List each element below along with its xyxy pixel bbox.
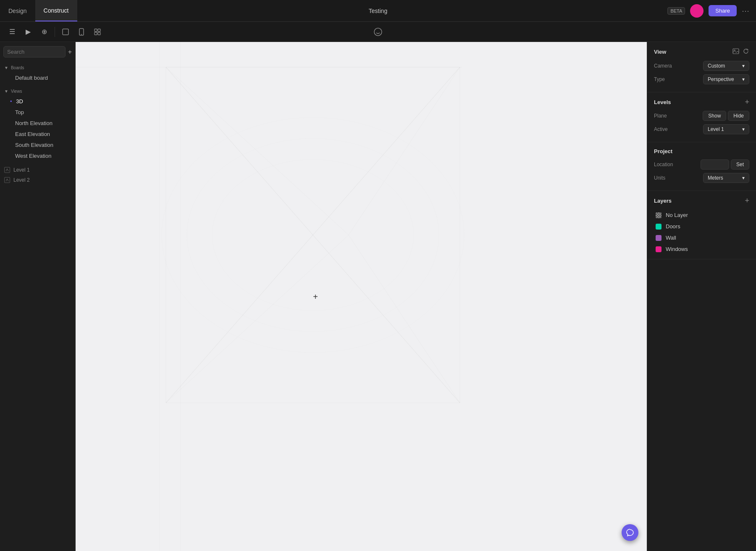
type-dropdown[interactable]: Perspective ▾ — [703, 74, 749, 84]
units-row: Units Meters ▾ — [654, 173, 749, 183]
add-level-button[interactable]: + — [745, 98, 749, 106]
canvas-area[interactable]: + — [76, 42, 647, 551]
levels-section: Level 1 Level 2 — [0, 163, 75, 187]
svg-rect-6 — [98, 32, 100, 35]
svg-point-7 — [374, 28, 382, 36]
chat-bubble[interactable] — [622, 524, 638, 541]
camera-dropdown[interactable]: Custom ▾ — [703, 61, 749, 71]
tab-group: Design Construct — [0, 0, 77, 21]
sidebar-item-default-board[interactable]: Default board — [2, 73, 74, 83]
menu-icon[interactable]: ☰ — [5, 25, 19, 39]
sidebar: + ▼ Boards Default board ▼ Views 3D Top — [0, 42, 76, 551]
svg-rect-21 — [733, 49, 739, 54]
chevron-down-icon: ▾ — [742, 63, 745, 69]
project-section-title: Project — [654, 148, 672, 154]
beta-badge: BETA — [667, 7, 685, 15]
canvas-lines-svg — [76, 42, 647, 551]
level-1-icon — [4, 167, 10, 173]
add-layer-button[interactable]: + — [745, 197, 749, 204]
doors-layer-color — [656, 224, 662, 230]
units-label: Units — [654, 175, 665, 181]
plane-label: Plane — [654, 113, 667, 119]
type-label: Type — [654, 76, 665, 82]
levels-section-header: Levels + — [654, 98, 749, 106]
top-bar-right: BETA Share ⋯ — [667, 4, 756, 18]
add-icon[interactable]: ⊕ — [37, 25, 51, 39]
phone-icon[interactable] — [74, 25, 89, 39]
plane-btn-group: Show Hide — [703, 111, 749, 121]
views-header[interactable]: ▼ Views — [0, 87, 75, 96]
board-icon[interactable] — [58, 25, 73, 39]
play-icon[interactable]: ▶ — [21, 25, 35, 39]
units-dropdown[interactable]: Meters ▾ — [703, 173, 749, 183]
comment-icon[interactable] — [371, 25, 385, 39]
views-collapse-icon: ▼ — [4, 89, 8, 94]
svg-line-17 — [166, 67, 349, 235]
main-content: + ▼ Boards Default board ▼ Views 3D Top — [0, 42, 756, 551]
sidebar-item-top[interactable]: Top — [2, 107, 74, 118]
level-2-icon — [4, 177, 10, 183]
levels-section-title: Levels — [654, 99, 671, 105]
hide-button[interactable]: Hide — [728, 111, 749, 121]
view-section-header: View — [654, 48, 749, 56]
layers-section-title: Layers — [654, 198, 672, 204]
windows-layer-color — [656, 246, 662, 252]
image-icon[interactable] — [732, 48, 739, 56]
sidebar-item-west-elevation[interactable]: West Elevation — [2, 151, 74, 161]
layer-no-layer[interactable]: No Layer — [654, 209, 749, 221]
add-search-icon[interactable]: + — [68, 48, 72, 56]
toolbar-divider-1 — [55, 27, 55, 37]
boards-section: ▼ Boards Default board — [0, 62, 75, 85]
camera-row: Camera Custom ▾ — [654, 61, 749, 71]
tab-construct[interactable]: Construct — [35, 0, 77, 21]
tab-design[interactable]: Design — [0, 0, 35, 21]
project-section: Project Location Set Units Meters ▾ — [647, 142, 756, 191]
layer-windows[interactable]: Windows — [654, 243, 749, 255]
view-section: View — [647, 42, 756, 92]
toolbar-center — [371, 25, 385, 39]
show-button[interactable]: Show — [703, 111, 726, 121]
project-title: Testing — [369, 8, 387, 14]
sidebar-item-south-elevation[interactable]: South Elevation — [2, 140, 74, 150]
boards-label: Boards — [11, 65, 24, 70]
set-location-button[interactable]: Set — [731, 159, 749, 170]
dots-icon[interactable]: ⋯ — [742, 6, 749, 16]
svg-line-20 — [349, 235, 460, 403]
boards-collapse-icon: ▼ — [4, 65, 8, 70]
sidebar-level-1[interactable]: Level 1 — [0, 165, 75, 175]
views-section: ▼ Views 3D Top North Elevation East Elev… — [0, 85, 75, 163]
location-input[interactable] — [701, 159, 729, 170]
boards-header[interactable]: ▼ Boards — [0, 63, 75, 72]
toolbar: ☰ ▶ ⊕ — [0, 22, 756, 42]
svg-rect-4 — [98, 29, 100, 31]
doors-layer-label: Doors — [666, 223, 680, 230]
search-input[interactable] — [3, 46, 66, 57]
sidebar-level-2[interactable]: Level 2 — [0, 175, 75, 185]
project-section-header: Project — [654, 148, 749, 154]
refresh-icon[interactable] — [743, 48, 749, 56]
layer-wall[interactable]: Wall — [654, 232, 749, 243]
sidebar-item-3d[interactable]: 3D — [2, 96, 74, 107]
layer-doors[interactable]: Doors — [654, 221, 749, 232]
windows-layer-label: Windows — [666, 246, 688, 252]
active-row: Active Level 1 ▾ — [654, 124, 749, 134]
share-button[interactable]: Share — [709, 5, 737, 16]
sidebar-search-area: + — [3, 46, 72, 57]
location-row: Location Set — [654, 159, 749, 170]
sidebar-item-east-elevation[interactable]: East Elevation — [2, 129, 74, 139]
layers-section: Layers + No Layer Doors Wall Windows — [647, 191, 756, 259]
sidebar-item-north-elevation[interactable]: North Elevation — [2, 118, 74, 128]
active-level-dropdown[interactable]: Level 1 ▾ — [703, 124, 749, 134]
wall-layer-label: Wall — [666, 235, 676, 241]
type-chevron-icon: ▾ — [742, 76, 745, 82]
svg-line-18 — [349, 67, 460, 235]
plane-row: Plane Show Hide — [654, 111, 749, 121]
units-chevron-icon: ▾ — [742, 175, 745, 181]
view-section-title: View — [654, 49, 666, 55]
no-layer-label: No Layer — [666, 212, 688, 218]
top-bar: Design Construct Testing BETA Share ⋯ — [0, 0, 756, 22]
no-layer-color — [656, 212, 662, 218]
active-chevron-icon: ▾ — [742, 126, 745, 132]
grid-icon[interactable] — [90, 25, 105, 39]
levels-section: Levels + Plane Show Hide Active Level 1 … — [647, 92, 756, 142]
